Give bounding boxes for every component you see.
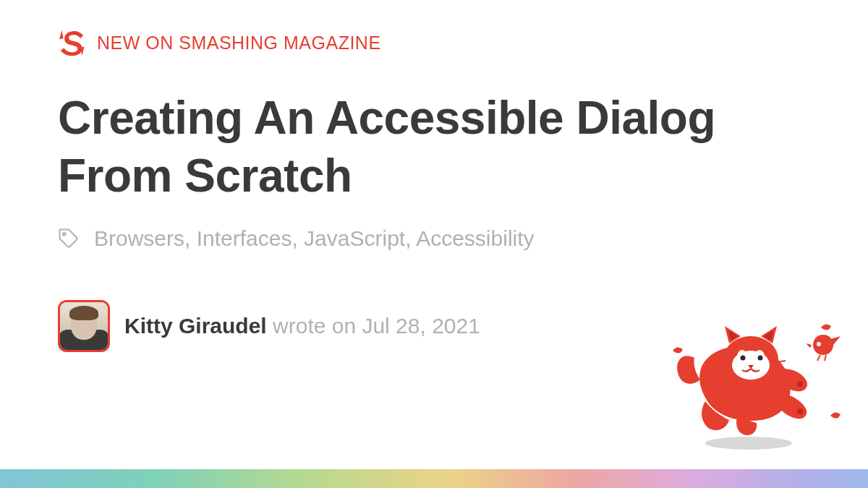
header-row: NEW ON SMASHING MAGAZINE	[58, 29, 810, 56]
byline-connector: wrote on	[267, 314, 362, 338]
svg-point-7	[758, 356, 763, 361]
tags-list: Browsers, Interfaces, JavaScript, Access…	[94, 226, 535, 251]
article-title: Creating An Accessible Dialog From Scrat…	[58, 89, 810, 205]
tag-icon	[58, 228, 80, 249]
tags-row: Browsers, Interfaces, JavaScript, Access…	[58, 226, 810, 251]
publish-date: Jul 28, 2021	[362, 314, 480, 338]
author-name: Kitty Giraudel	[124, 314, 267, 338]
gradient-footer-bar	[0, 469, 868, 488]
author-avatar	[58, 300, 110, 352]
smashing-logo-icon	[58, 29, 85, 56]
svg-point-0	[63, 233, 66, 236]
svg-point-6	[741, 356, 746, 361]
cat-mascot-icon	[665, 314, 846, 459]
eyebrow-text: NEW ON SMASHING MAGAZINE	[97, 33, 381, 53]
svg-point-1	[705, 437, 792, 450]
byline-text: Kitty Giraudel wrote on Jul 28, 2021	[124, 314, 480, 338]
